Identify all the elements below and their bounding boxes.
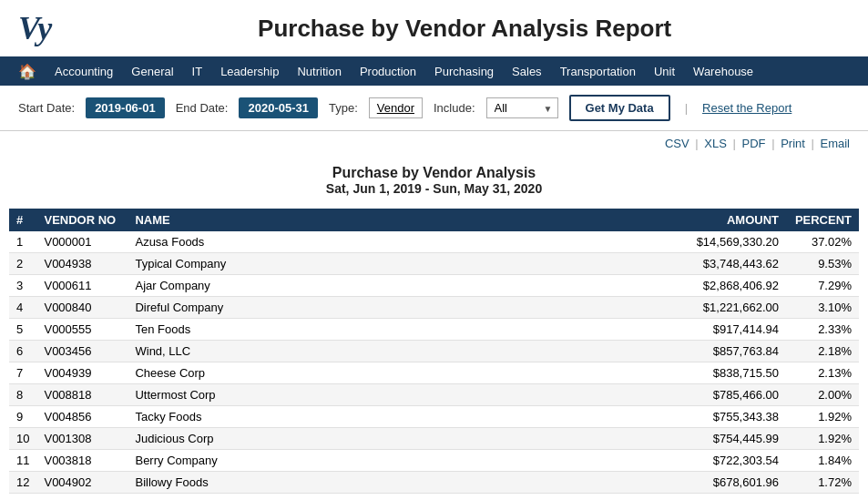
nav-item-unit[interactable]: Unit (645, 56, 684, 86)
cell-vendor-no: V000993 (36, 494, 128, 501)
cell-name: Ten Foods (128, 319, 640, 341)
nav-item-accounting[interactable]: Accounting (46, 56, 122, 86)
table-row: 13 V000993 Zoom, LLC $655,482.00 1.67% (9, 494, 859, 501)
page-header: Vy Purchase by Vendor Analysis Report (0, 0, 868, 56)
cell-num: 10 (9, 428, 36, 450)
table-row: 8 V008818 Uttermost Corp $785,466.00 2.0… (9, 384, 859, 406)
export-email-link[interactable]: Email (820, 137, 850, 150)
sep1: | (695, 137, 701, 150)
cell-vendor-no: V000840 (36, 297, 128, 319)
end-date-input[interactable]: 2020-05-31 (239, 97, 318, 118)
nav-item-warehouse[interactable]: Warehouse (684, 56, 762, 86)
cell-amount: $1,221,662.00 (640, 297, 786, 319)
type-label: Type: (329, 101, 358, 115)
cell-name: Uttermost Corp (128, 384, 640, 406)
table-row: 6 V003456 Wind, LLC $857,763.84 2.18% (9, 341, 859, 362)
cell-num: 6 (9, 341, 36, 362)
nav-item-transportation[interactable]: Transportation (551, 56, 645, 86)
table-row: 4 V000840 Direful Company $1,221,662.00 … (9, 297, 859, 319)
cell-percent: 1.92% (786, 428, 859, 450)
table-row: 10 V001308 Judicious Corp $754,445.99 1.… (9, 428, 859, 450)
report-controls: Start Date: 2019-06-01 End Date: 2020-05… (0, 86, 868, 131)
separator: | (685, 101, 688, 115)
export-csv-link[interactable]: CSV (665, 137, 689, 150)
cell-num: 8 (9, 384, 36, 406)
cell-num: 12 (9, 472, 36, 494)
nav-item-production[interactable]: Production (351, 56, 425, 86)
table-row: 11 V003818 Berry Company $722,303.54 1.8… (9, 450, 859, 472)
table-row: 7 V004939 Cheese Corp $838,715.50 2.13% (9, 362, 859, 384)
export-xls-link[interactable]: XLS (704, 137, 727, 150)
start-date-label: Start Date: (18, 101, 75, 115)
table-header-row: # VENDOR NO NAME AMOUNT PERCENT (9, 209, 859, 231)
table-row: 12 V004902 Billowy Foods $678,601.96 1.7… (9, 472, 859, 494)
cell-num: 1 (9, 231, 36, 253)
get-data-button[interactable]: Get My Data (569, 95, 670, 121)
cell-amount: $838,715.50 (640, 362, 786, 384)
nav-item-leadership[interactable]: Leadership (211, 56, 288, 86)
cell-vendor-no: V001308 (36, 428, 128, 450)
col-header-amount: AMOUNT (640, 209, 786, 231)
cell-vendor-no: V004856 (36, 406, 128, 428)
cell-percent: 9.53% (786, 253, 859, 275)
sep2: | (733, 137, 740, 150)
cell-num: 9 (9, 406, 36, 428)
export-print-link[interactable]: Print (781, 137, 805, 150)
col-header-vendor: VENDOR NO (36, 209, 128, 231)
nav-item-purchasing[interactable]: Purchasing (425, 56, 503, 86)
cell-vendor-no: V000555 (36, 319, 128, 341)
cell-num: 5 (9, 319, 36, 341)
table-row: 5 V000555 Ten Foods $917,414.94 2.33% (9, 319, 859, 341)
nav-item-it[interactable]: IT (183, 56, 212, 86)
cell-amount: $785,466.00 (640, 384, 786, 406)
report-title-main: Purchase by Vendor Analysis (0, 165, 868, 181)
nav-item-nutrition[interactable]: Nutrition (288, 56, 350, 86)
cell-vendor-no: V003456 (36, 341, 128, 362)
logo: Vy (18, 9, 52, 47)
cell-vendor-no: V000001 (36, 231, 128, 253)
cell-num: 2 (9, 253, 36, 275)
sep4: | (811, 137, 817, 150)
include-wrapper: All Active Inactive (486, 97, 558, 118)
cell-name: Billowy Foods (128, 472, 640, 494)
report-title-date: Sat, Jun 1, 2019 - Sun, May 31, 2020 (0, 181, 868, 196)
cell-vendor-no: V000611 (36, 275, 128, 297)
cell-percent: 2.33% (786, 319, 859, 341)
cell-name: Ajar Company (128, 275, 640, 297)
type-input[interactable]: Vendor (369, 97, 423, 118)
cell-vendor-no: V004902 (36, 472, 128, 494)
end-date-label: End Date: (176, 101, 229, 115)
cell-amount: $722,303.54 (640, 450, 786, 472)
export-pdf-link[interactable]: PDF (742, 137, 766, 150)
vendor-analysis-table: # VENDOR NO NAME AMOUNT PERCENT 1 V00000… (9, 209, 859, 500)
cell-num: 4 (9, 297, 36, 319)
cell-num: 3 (9, 275, 36, 297)
cell-vendor-no: V004938 (36, 253, 128, 275)
cell-percent: 7.29% (786, 275, 859, 297)
reset-report-link[interactable]: Reset the Report (702, 101, 791, 115)
main-nav: 🏠 Accounting General IT Leadership Nutri… (0, 56, 868, 86)
nav-item-general[interactable]: General (122, 56, 182, 86)
start-date-input[interactable]: 2019-06-01 (86, 97, 165, 118)
include-select[interactable]: All Active Inactive (486, 97, 558, 118)
nav-item-sales[interactable]: Sales (503, 56, 551, 86)
export-row: CSV | XLS | PDF | Print | Email (0, 131, 868, 156)
cell-name: Berry Company (128, 450, 640, 472)
cell-percent: 1.92% (786, 406, 859, 428)
cell-percent: 37.02% (786, 231, 859, 253)
cell-name: Typical Company (128, 253, 640, 275)
cell-name: Cheese Corp (128, 362, 640, 384)
data-table-wrapper: # VENDOR NO NAME AMOUNT PERCENT 1 V00000… (0, 199, 868, 500)
report-title-block: Purchase by Vendor Analysis Sat, Jun 1, … (0, 156, 868, 199)
cell-vendor-no: V008818 (36, 384, 128, 406)
cell-amount: $917,414.94 (640, 319, 786, 341)
cell-name: Azusa Foods (128, 231, 640, 253)
cell-name: Direful Company (128, 297, 640, 319)
nav-home-icon[interactable]: 🏠 (9, 63, 46, 80)
col-header-percent: PERCENT (786, 209, 859, 231)
cell-percent: 2.00% (786, 384, 859, 406)
include-label: Include: (434, 101, 475, 115)
cell-name: Zoom, LLC (128, 494, 640, 501)
cell-name: Judicious Corp (128, 428, 640, 450)
cell-vendor-no: V003818 (36, 450, 128, 472)
